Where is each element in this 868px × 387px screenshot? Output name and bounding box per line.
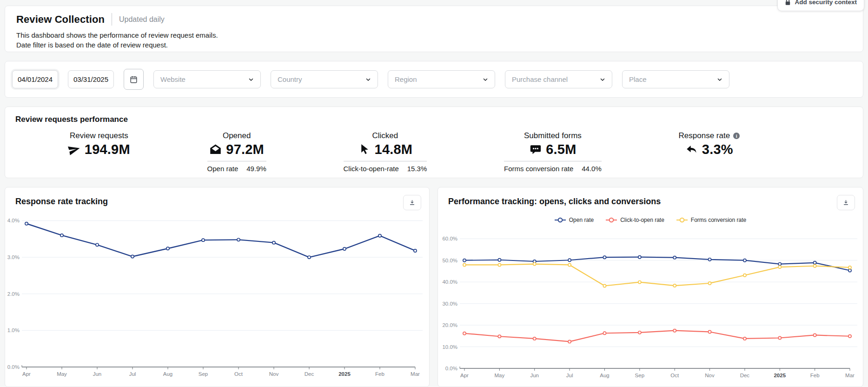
svg-text:Oct: Oct [234, 371, 243, 377]
header-card: Review Collection Updated daily This das… [5, 6, 863, 52]
svg-text:Dec: Dec [740, 373, 750, 378]
kpi-value: 6.5M [546, 142, 576, 157]
legend-label: Click-to-open rate [620, 217, 664, 223]
svg-text:May: May [494, 373, 504, 378]
svg-text:20.0%: 20.0% [442, 322, 457, 328]
kpi-sub-label: Forms conversion rate [504, 165, 573, 173]
description-line-1: This dashboard shows the performance of … [16, 31, 852, 40]
chevron-down-icon [365, 76, 371, 83]
kpi-clicked: Clicked 14.8M Click-to-open-rate 15.3% [344, 131, 427, 173]
response-rate-tracking-card: Response rate tracking 0.0%1.0%2.0%3.0%4… [5, 187, 430, 387]
end-date-input[interactable] [68, 70, 114, 88]
kpi-sub-value: 15.3% [407, 165, 427, 173]
legend-item-open-rate[interactable]: Open rate [555, 217, 594, 223]
download-button[interactable] [403, 195, 421, 210]
start-date-input[interactable] [12, 70, 58, 88]
legend-marker-icon [606, 217, 617, 223]
svg-text:2025: 2025 [774, 373, 786, 378]
filter-bar: Website Country Region Purchase channel … [5, 61, 863, 98]
svg-text:10.0%: 10.0% [442, 344, 457, 350]
kpi-value: 14.8M [375, 142, 413, 157]
svg-text:Nov: Nov [269, 371, 279, 377]
country-dropdown[interactable]: Country [271, 70, 378, 88]
calendar-icon [129, 75, 138, 84]
svg-text:Nov: Nov [705, 373, 715, 378]
kpi-submitted-forms: Submitted forms 6.5M Forms conversion ra… [504, 131, 602, 173]
kpi-sub-value: 49.9% [246, 165, 266, 173]
kpi-section-title: Review requests performance [15, 115, 853, 124]
svg-text:Aug: Aug [600, 373, 609, 378]
chat-bubble-icon [529, 143, 542, 156]
reply-arrow-icon [685, 143, 698, 156]
place-dropdown[interactable]: Place [622, 70, 729, 88]
svg-text:2025: 2025 [338, 371, 351, 377]
calendar-button[interactable] [124, 69, 144, 90]
info-icon[interactable]: i [733, 133, 740, 139]
dashboard-description: This dashboard shows the performance of … [16, 31, 852, 50]
send-icon [68, 143, 80, 156]
svg-text:Sep: Sep [635, 373, 644, 378]
svg-text:Jul: Jul [129, 371, 136, 377]
lock-icon [785, 0, 791, 6]
kpi-sub-rate: Click-to-open-rate 15.3% [344, 161, 427, 173]
download-button[interactable] [837, 195, 855, 210]
kpi-value: 194.9M [85, 142, 130, 157]
legend-label: Forms conversion rate [691, 217, 746, 223]
legend-marker-icon [676, 217, 688, 223]
svg-text:0.0%: 0.0% [7, 364, 20, 370]
svg-text:1.0%: 1.0% [7, 327, 20, 333]
kpi-value: 3.3% [702, 142, 733, 157]
open-envelope-icon [209, 143, 222, 156]
kpi-sub-label: Click-to-open-rate [344, 165, 399, 173]
kpi-sub-rate: Forms conversion rate 44.0% [504, 161, 602, 173]
chevron-down-icon [716, 76, 723, 83]
legend-marker-icon [555, 217, 566, 223]
performance-tracking-card: Performance tracking: opens, clicks and … [437, 187, 863, 387]
website-dropdown[interactable]: Website [153, 70, 261, 88]
kpi-label: Clicked [372, 131, 398, 140]
chevron-down-icon [248, 76, 254, 83]
kpi-label: Response rate i [679, 131, 740, 140]
cursor-icon [358, 143, 371, 156]
response-rate-chart: 0.0%1.0%2.0%3.0%4.0%AprMayJunJulAugSepOc… [5, 187, 429, 387]
add-security-context-button[interactable]: Add security context [777, 0, 864, 11]
kpi-row: Review requests 194.9M Opened 97.2M Open… [15, 131, 853, 173]
legend-item-click-to-open-rate[interactable]: Click-to-open rate [606, 217, 664, 223]
svg-text:40.0%: 40.0% [442, 279, 457, 285]
website-dropdown-placeholder: Website [160, 75, 186, 83]
svg-text:Feb: Feb [375, 371, 384, 377]
legend-item-forms-conversion-rate[interactable]: Forms conversion rate [676, 217, 746, 223]
download-icon [409, 199, 416, 206]
updated-badge: Updated daily [119, 15, 165, 24]
kpi-value: 97.2M [226, 142, 264, 157]
download-icon [842, 199, 849, 206]
description-line-2: Date filter is based on the date of revi… [16, 40, 852, 50]
purchase-channel-dropdown[interactable]: Purchase channel [505, 70, 612, 88]
place-dropdown-placeholder: Place [629, 75, 647, 83]
svg-text:Jun: Jun [530, 373, 539, 378]
chart-legend: Open rateClick-to-open rateForms convers… [438, 217, 863, 223]
region-dropdown-placeholder: Region [395, 75, 417, 83]
kpi-response-rate: Response rate i 3.3% [679, 131, 740, 173]
chevron-down-icon [599, 76, 606, 83]
legend-label: Open rate [569, 217, 594, 223]
svg-text:2.0%: 2.0% [7, 291, 20, 297]
svg-text:May: May [57, 371, 67, 377]
kpi-opened: Opened 97.2M Open rate 49.9% [207, 131, 266, 173]
kpi-label: Review requests [70, 131, 128, 140]
chevron-down-icon [482, 76, 489, 83]
svg-text:0.0%: 0.0% [445, 366, 457, 371]
svg-text:60.0%: 60.0% [442, 236, 457, 241]
title-divider [112, 13, 112, 26]
svg-text:Sep: Sep [199, 371, 208, 377]
chart-title: Performance tracking: opens, clicks and … [448, 197, 661, 207]
svg-text:Apr: Apr [460, 373, 469, 378]
svg-text:Dec: Dec [305, 371, 314, 377]
purchase-channel-dropdown-placeholder: Purchase channel [512, 75, 568, 83]
region-dropdown[interactable]: Region [388, 70, 495, 88]
kpi-sub-value: 44.0% [582, 165, 602, 173]
title-row: Review Collection Updated daily [16, 13, 852, 26]
chart-title: Response rate tracking [15, 197, 108, 207]
kpi-label: Submitted forms [524, 131, 582, 140]
svg-text:Jun: Jun [93, 371, 102, 377]
